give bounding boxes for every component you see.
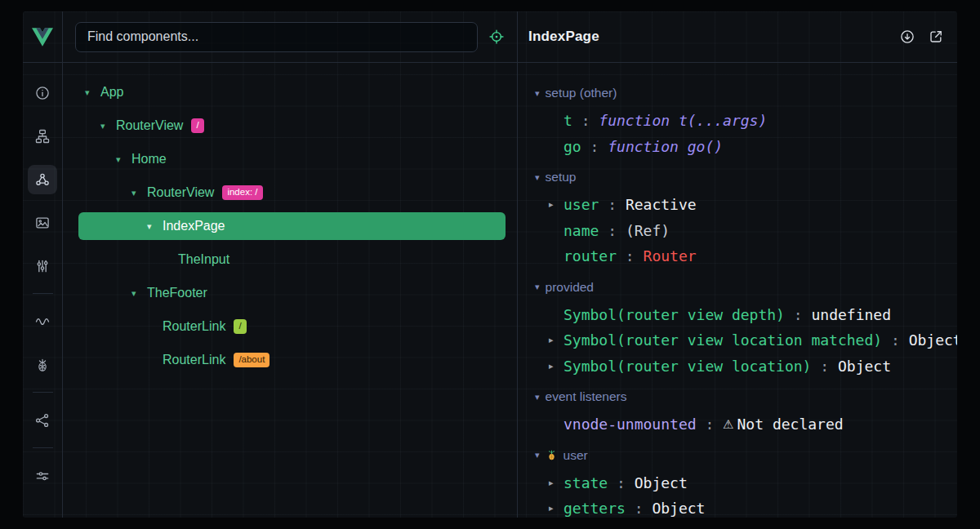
property-key: name (564, 222, 599, 239)
route-badge: /about (234, 353, 270, 367)
section-header[interactable]: ▾setup (other) (518, 78, 957, 108)
property-value: Not declared (737, 416, 844, 433)
property-key: Symbol(router view depth) (564, 306, 785, 323)
section-title: setup (546, 170, 577, 184)
divider (33, 392, 53, 393)
pinia-store-icon (546, 449, 558, 461)
module-graph-icon[interactable] (28, 406, 57, 435)
property-key: vnode-unmounted (564, 416, 697, 433)
tree-item-routerview[interactable]: ▾RouterView/ (78, 112, 506, 140)
tree-item-home[interactable]: ▾Home (78, 145, 506, 173)
key-value-separator: : (617, 247, 644, 264)
assets-icon[interactable] (28, 208, 57, 238)
property-row[interactable]: vnode-unmounted : ⚠Not declared (518, 411, 957, 438)
property-row[interactable]: t : function t(...args) (518, 108, 957, 134)
component-tree[interactable]: ▾App▾RouterView/▾Home▾RouterViewindex: /… (63, 63, 517, 518)
property-key: go (564, 138, 581, 155)
property-row[interactable]: name : (Ref) (518, 218, 957, 244)
route-badge: / (234, 319, 246, 334)
open-in-editor-icon[interactable] (928, 29, 944, 45)
info-icon[interactable] (28, 78, 57, 108)
divider (33, 447, 53, 448)
inspected-component-title: IndexPage (528, 29, 599, 45)
component-hierarchy-icon[interactable] (28, 122, 57, 151)
tree-caret-icon[interactable]: ▾ (85, 87, 100, 98)
key-value-separator: : (608, 474, 635, 491)
component-name: RouterView (116, 118, 183, 133)
tree-item-indexpage[interactable]: ▾IndexPage (78, 212, 506, 240)
component-name: RouterLink (163, 353, 225, 367)
components-toolbar (63, 11, 517, 63)
scroll-to-component-icon[interactable] (899, 29, 915, 45)
key-value-separator: : (811, 358, 838, 375)
tree-item-theinput[interactable]: TheInput (78, 246, 506, 273)
inspector-section: ▾setup (other)t : function t(...args)go … (518, 78, 957, 159)
key-value-separator: : (572, 112, 599, 129)
section-title: setup (other) (546, 86, 617, 100)
component-name: RouterLink (163, 319, 225, 334)
section-header[interactable]: ▾provided (518, 273, 957, 302)
section-header[interactable]: ▾setup (518, 162, 957, 192)
tree-item-routerview[interactable]: ▾RouterViewindex: / (78, 179, 506, 207)
component-name: IndexPage (163, 219, 225, 233)
timeline-icon[interactable] (28, 307, 57, 336)
components-inspector-icon[interactable] (28, 165, 57, 194)
tree-caret-icon[interactable]: ▾ (131, 288, 147, 299)
key-value-separator: : (882, 331, 909, 349)
component-name: TheInput (178, 252, 229, 267)
components-panel: ▾App▾RouterView/▾Home▾RouterViewindex: /… (63, 11, 518, 518)
property-row[interactable]: router : Router (518, 243, 957, 269)
vue-logo (23, 11, 62, 63)
key-value-separator: : (785, 306, 812, 323)
pinia-icon[interactable] (28, 350, 57, 380)
tree-caret-icon[interactable]: ▾ (100, 121, 116, 131)
preferences-icon[interactable] (28, 461, 57, 491)
property-row[interactable]: ▸getters : Object (518, 496, 957, 518)
property-value: undefined (811, 306, 891, 323)
property-value: (Ref) (626, 222, 670, 239)
settings-sliders-icon[interactable] (28, 251, 57, 281)
divider (33, 293, 53, 294)
section-caret-icon: ▾ (535, 88, 540, 99)
expand-caret-icon[interactable]: ▸ (549, 361, 564, 371)
inspector-section: ▾setup▸user : Reactivename : (Ref)router… (518, 162, 957, 269)
property-row[interactable]: ▸user : Reactive (518, 192, 957, 218)
property-value: Reactive (626, 196, 697, 213)
tree-item-app[interactable]: ▾App (78, 78, 506, 106)
inspector-actions (899, 29, 944, 45)
key-value-separator: : (581, 138, 608, 155)
tree-caret-icon[interactable]: ▾ (116, 154, 131, 165)
tree-item-routerlink[interactable]: RouterLink/about (78, 346, 506, 374)
route-badge: / (191, 118, 203, 133)
expand-caret-icon[interactable]: ▸ (549, 335, 564, 345)
component-name: TheFooter (147, 286, 207, 300)
property-row[interactable]: ▸Symbol(router view location) : Object (518, 353, 957, 380)
property-value: function go() (608, 138, 723, 155)
tree-item-thefooter[interactable]: ▾TheFooter (78, 279, 506, 307)
property-value: Object (909, 331, 957, 349)
expand-caret-icon[interactable]: ▸ (549, 199, 564, 210)
inspector-panel: IndexPage ▾setup (other)t : function t(.… (518, 11, 957, 518)
section-header[interactable]: ▾user (518, 441, 957, 470)
section-title: event listeners (546, 389, 627, 404)
select-component-target-icon[interactable] (488, 29, 505, 45)
tree-caret-icon[interactable]: ▾ (147, 221, 163, 232)
tree-caret-icon[interactable]: ▾ (131, 188, 147, 198)
property-key: router (564, 247, 617, 264)
property-key: Symbol(router view location matched) (564, 331, 882, 349)
sidebar (23, 11, 63, 518)
property-row[interactable]: ▸state : Object (518, 470, 957, 496)
inspector-body[interactable]: ▾setup (other)t : function t(...args)go … (518, 63, 957, 518)
inspector-section: ▾event listenersvnode-unmounted : ⚠Not d… (518, 382, 957, 438)
section-header[interactable]: ▾event listeners (518, 382, 957, 411)
tree-item-routerlink[interactable]: RouterLink/ (78, 313, 506, 340)
property-key: Symbol(router view location) (564, 358, 811, 375)
search-input[interactable] (75, 22, 478, 52)
inspector-toolbar: IndexPage (518, 11, 957, 63)
expand-caret-icon[interactable]: ▸ (549, 503, 564, 513)
property-row[interactable]: ▸Symbol(router view location matched) : … (518, 327, 957, 353)
property-row[interactable]: go : function go() (518, 134, 957, 160)
expand-caret-icon[interactable]: ▸ (549, 478, 564, 488)
sidebar-nav (23, 63, 62, 505)
property-row[interactable]: Symbol(router view depth) : undefined (518, 302, 957, 328)
